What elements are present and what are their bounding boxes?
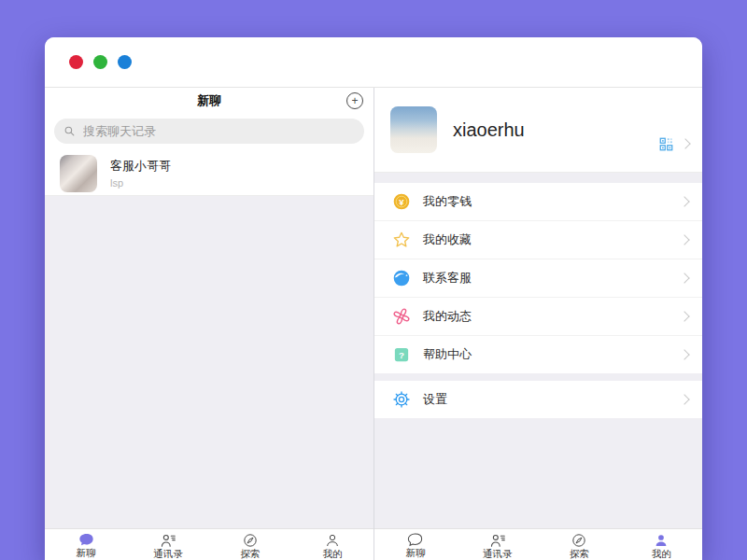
search-input[interactable] xyxy=(81,123,355,139)
chevron-right-icon xyxy=(679,311,689,321)
tab-me[interactable]: 我的 xyxy=(291,529,374,560)
left-tab-bar: 新聊 通讯录 xyxy=(45,528,374,560)
profile-panel: xiaoerhu xyxy=(374,88,702,560)
profile-avatar xyxy=(390,106,437,153)
chat-list-item[interactable]: 客服小哥哥 lsp xyxy=(45,151,374,196)
menu-item-label: 我的收藏 xyxy=(423,231,472,248)
zoom-window-button[interactable] xyxy=(118,55,132,69)
profile-person-icon xyxy=(325,533,340,548)
tab-new-chat[interactable]: 新聊 xyxy=(45,529,127,560)
chevron-right-icon xyxy=(679,349,689,359)
svg-text:?: ? xyxy=(399,350,404,360)
tab-explore[interactable]: 探索 xyxy=(539,529,621,560)
tab-contacts[interactable]: 通讯录 xyxy=(457,529,539,560)
minimize-window-button[interactable] xyxy=(93,55,107,69)
tab-label: 新聊 xyxy=(77,548,96,558)
tab-contacts[interactable]: 通讯录 xyxy=(127,529,209,560)
menu-item-moments[interactable]: 我的动态 xyxy=(374,298,702,336)
menu-item-label: 我的动态 xyxy=(423,308,472,325)
profile-card-right xyxy=(659,137,689,151)
qr-code-icon[interactable] xyxy=(659,137,673,151)
menu-item-customer-service[interactable]: 联系客服 xyxy=(374,259,702,298)
menu-item-favorites[interactable]: 我的收藏 xyxy=(374,221,702,259)
chat-bubble-icon xyxy=(78,533,94,547)
search-icon xyxy=(63,125,76,137)
chat-bubble-icon xyxy=(407,533,423,547)
chat-name: 客服小哥哥 xyxy=(110,158,171,175)
chat-preview: lsp xyxy=(110,177,171,189)
add-chat-button[interactable]: + xyxy=(346,92,363,109)
profile-card[interactable]: xiaoerhu xyxy=(374,88,702,173)
tab-label: 新聊 xyxy=(405,548,425,558)
page-title: 新聊 xyxy=(197,92,221,109)
svg-text:¥: ¥ xyxy=(399,197,404,207)
tab-explore[interactable]: 探索 xyxy=(209,529,291,560)
tab-me[interactable]: 我的 xyxy=(620,529,702,560)
help-icon: ? xyxy=(391,346,412,363)
tab-label: 通讯录 xyxy=(153,549,183,559)
chevron-right-icon xyxy=(679,234,689,245)
chat-item-texts: 客服小哥哥 lsp xyxy=(110,158,171,189)
close-window-button[interactable] xyxy=(69,55,83,69)
app-window: 新聊 + 客服小哥哥 lsp xyxy=(45,37,702,560)
chat-panel-header: 新聊 + xyxy=(45,88,374,114)
tab-label: 探索 xyxy=(241,549,261,559)
section-gap xyxy=(374,173,702,183)
window-titlebar xyxy=(45,37,702,88)
menu-item-help-center[interactable]: ? 帮助中心 xyxy=(374,336,702,373)
chat-avatar xyxy=(60,155,97,192)
profile-panel-empty-area xyxy=(374,418,702,528)
menu-item-label: 联系客服 xyxy=(423,270,472,287)
tab-label: 我的 xyxy=(652,549,671,559)
chevron-right-icon xyxy=(679,196,689,206)
tab-label: 我的 xyxy=(323,549,343,559)
contacts-icon xyxy=(489,533,506,548)
search-bar-container xyxy=(45,114,374,151)
right-tab-bar: 新聊 通讯录 xyxy=(374,528,702,560)
customer-service-icon xyxy=(391,269,412,287)
explore-compass-icon xyxy=(243,533,258,548)
menu-item-settings[interactable]: 设置 xyxy=(374,381,702,418)
tab-label: 通讯录 xyxy=(483,549,513,559)
coin-icon: ¥ xyxy=(391,192,412,211)
star-icon xyxy=(391,231,412,249)
settings-group: 设置 xyxy=(374,381,702,418)
chevron-right-icon xyxy=(680,138,690,148)
gear-icon xyxy=(391,390,412,409)
main-split: 新聊 + 客服小哥哥 lsp xyxy=(45,88,702,560)
profile-person-icon xyxy=(654,533,669,548)
chevron-right-icon xyxy=(679,394,689,404)
chat-list-empty-area xyxy=(45,196,374,528)
menu-item-wallet[interactable]: ¥ 我的零钱 xyxy=(374,183,702,221)
tab-new-chat[interactable]: 新聊 xyxy=(374,529,457,560)
menu-item-label: 设置 xyxy=(423,391,447,408)
profile-menu-group: ¥ 我的零钱 我的收藏 xyxy=(374,183,702,373)
search-bar xyxy=(54,119,364,144)
tab-label: 探索 xyxy=(570,549,589,559)
pinwheel-icon xyxy=(391,307,412,326)
explore-compass-icon xyxy=(571,533,586,548)
section-gap xyxy=(374,373,702,381)
profile-username: xiaoerhu xyxy=(453,119,525,141)
chevron-right-icon xyxy=(679,273,689,283)
menu-item-label: 我的零钱 xyxy=(423,193,472,210)
contacts-icon xyxy=(160,533,176,548)
menu-item-label: 帮助中心 xyxy=(423,346,472,363)
chat-list-panel: 新聊 + 客服小哥哥 lsp xyxy=(45,88,374,560)
